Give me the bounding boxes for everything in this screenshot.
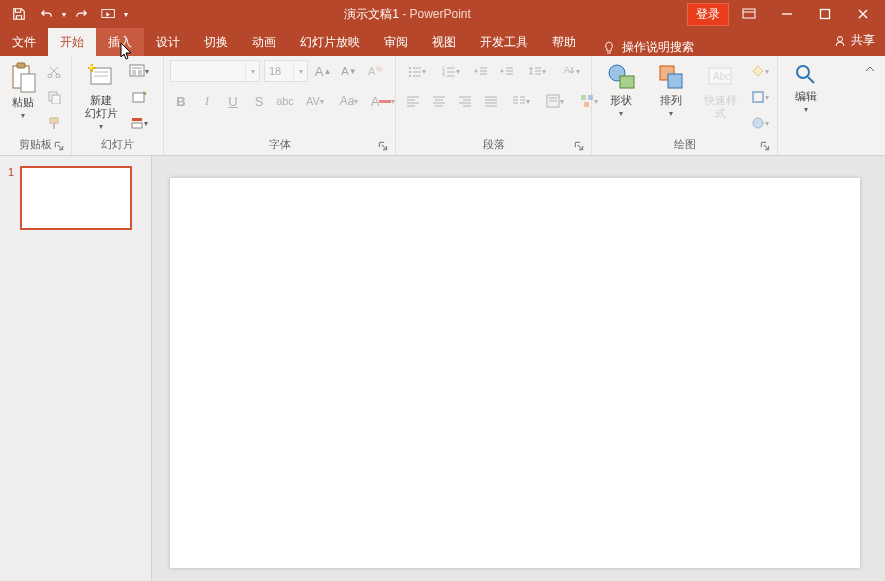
redo-button[interactable] [68,2,94,26]
tab-home[interactable]: 开始 [48,28,96,56]
tab-animations[interactable]: 动画 [240,28,288,56]
text-shadow-button[interactable]: abc [274,90,296,112]
paste-button[interactable]: 粘贴 ▾ [6,60,39,120]
bullets-icon [408,65,422,77]
arrange-button[interactable]: 排列 ▾ [648,60,694,118]
tab-transitions[interactable]: 切换 [192,28,240,56]
underline-button[interactable]: U [222,90,244,112]
tab-developer[interactable]: 开发工具 [468,28,540,56]
collapse-ribbon-button[interactable] [859,58,881,80]
align-text-button[interactable]: ▾ [540,90,570,112]
bullets-button[interactable]: ▾ [402,60,432,82]
smartart-icon [580,94,594,108]
new-slide-button[interactable]: 新建 幻灯片 ▾ [78,60,124,131]
font-dialog-launcher[interactable] [377,140,389,152]
italic-button[interactable]: I [196,90,218,112]
columns-button[interactable]: ▾ [506,90,536,112]
line-spacing-button[interactable]: ▾ [522,60,552,82]
tab-view[interactable]: 视图 [420,28,468,56]
font-color-button[interactable]: A▾ [368,90,398,112]
title-right-controls: 登录 [687,0,885,28]
format-painter-button[interactable] [43,112,65,134]
save-button[interactable] [6,2,32,26]
justify-button[interactable] [480,90,502,112]
align-left-button[interactable] [402,90,424,112]
svg-rect-23 [133,93,144,102]
tab-review[interactable]: 审阅 [372,28,420,56]
drawing-dialog-launcher[interactable] [759,140,771,152]
increase-font-size-button[interactable]: A▲ [312,60,334,82]
svg-rect-22 [138,70,142,75]
numbering-icon: 123 [442,65,456,77]
group-drawing: 形状 ▾ 排列 ▾ Abc 快速样式 ▾ ▾ ▾ 绘图 [592,56,778,155]
thumbnail-preview[interactable] [20,166,132,230]
group-clipboard-label: 剪贴板 [6,135,65,155]
arrange-label: 排列 [660,94,682,107]
arrange-icon [656,62,686,92]
layout-icon [129,64,145,78]
undo-button[interactable] [34,2,60,26]
font-size-combo[interactable]: 18 ▾ [264,60,308,82]
increase-indent-button[interactable] [496,60,518,82]
tab-help[interactable]: 帮助 [540,28,588,56]
group-editing: 编辑 ▾ [778,56,834,155]
login-button[interactable]: 登录 [687,3,729,26]
text-direction-button[interactable]: A▾ [556,60,586,82]
layout-button[interactable]: ▾ [128,60,150,82]
clipboard-dialog-launcher[interactable] [53,140,65,152]
slide-thumbnails-pane[interactable]: 1 [0,156,152,581]
undo-dropdown[interactable]: ▾ [62,10,66,19]
slide[interactable] [170,178,860,568]
decrease-indent-button[interactable] [470,60,492,82]
cut-button[interactable] [43,60,65,82]
copy-button[interactable] [43,86,65,108]
slide-canvas-pane[interactable] [152,156,885,581]
editing-label: 编辑 [795,90,817,103]
tab-slideshow[interactable]: 幻灯片放映 [288,28,372,56]
editing-button[interactable]: 编辑 ▾ [784,60,828,114]
new-slide-dropdown-icon: ▾ [99,122,103,131]
font-size-value: 18 [265,65,293,77]
increase-indent-icon [500,65,514,77]
svg-rect-85 [753,92,763,102]
tell-me-search[interactable]: 操作说明搜索 [602,39,694,56]
align-center-button[interactable] [428,90,450,112]
tab-design[interactable]: 设计 [144,28,192,56]
decrease-font-size-button[interactable]: A▼ [338,60,360,82]
convert-smartart-button[interactable]: ▾ [574,90,604,112]
quick-styles-button[interactable]: Abc 快速样式 [697,60,743,120]
close-button[interactable] [845,0,881,28]
svg-rect-13 [50,118,58,123]
maximize-button[interactable] [807,0,843,28]
shape-outline-button[interactable]: ▾ [749,86,771,108]
start-from-beginning-button[interactable] [96,2,122,26]
ribbon-display-options-button[interactable] [731,0,767,28]
numbering-button[interactable]: 123▾ [436,60,466,82]
svg-rect-27 [375,66,382,72]
svg-rect-20 [132,67,142,69]
tab-file[interactable]: 文件 [0,28,48,56]
paragraph-dialog-launcher[interactable] [573,140,585,152]
shape-effects-button[interactable]: ▾ [749,112,771,134]
bold-button[interactable]: B [170,90,192,112]
clear-formatting-button[interactable]: A [364,60,386,82]
svg-point-5 [838,36,843,41]
reset-button[interactable] [128,86,150,108]
strikethrough-button[interactable]: S [248,90,270,112]
character-spacing-button[interactable]: AV▾ [300,90,330,112]
window-title: 演示文稿1 - PowerPoint [128,6,687,23]
tab-insert[interactable]: 插入 [96,28,144,56]
paste-label: 粘贴 [12,96,34,109]
align-right-button[interactable] [454,90,476,112]
change-case-button[interactable]: Aa▾ [334,90,364,112]
reset-icon [132,90,146,104]
svg-line-88 [808,77,814,83]
thumbnail-item[interactable]: 1 [8,166,143,230]
shape-fill-button[interactable]: ▾ [749,60,771,82]
align-right-icon [458,95,472,107]
share-button[interactable]: 共享 [833,32,875,49]
section-button[interactable]: ▾ [128,112,150,134]
font-name-combo[interactable]: ▾ [170,60,260,82]
minimize-button[interactable] [769,0,805,28]
shapes-button[interactable]: 形状 ▾ [598,60,644,118]
